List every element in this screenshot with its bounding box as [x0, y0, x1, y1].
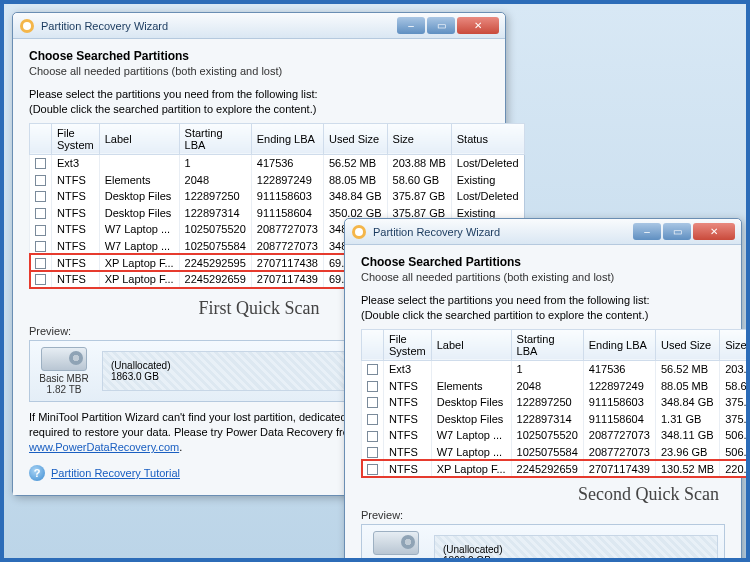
col-size[interactable]: Size [720, 329, 750, 360]
cell-elba: 2087727073 [251, 221, 323, 238]
cell-label: XP Laptop F... [431, 460, 511, 477]
table-row[interactable]: Ext3141753656.52 MB203.88 MBLost/Deleted [30, 154, 525, 171]
cell-slba: 2048 [511, 377, 583, 394]
instructions: Please select the partitions you need fr… [29, 87, 489, 117]
col-slba[interactable]: Starting LBA [511, 329, 583, 360]
page-heading: Choose Searched Partitions [29, 49, 489, 63]
table-row[interactable]: NTFSXP Laptop F...2245292659270711743913… [362, 460, 751, 477]
cell-elba: 2707117438 [251, 254, 323, 271]
row-checkbox[interactable] [35, 225, 46, 236]
cell-used: 56.52 MB [655, 360, 719, 377]
cell-used: 23.96 GB [655, 444, 719, 461]
row-checkbox[interactable] [35, 258, 46, 269]
table-row[interactable]: NTFSW7 Laptop ...1025075584208772707323.… [362, 444, 751, 461]
col-used[interactable]: Used Size [655, 329, 719, 360]
close-button[interactable]: ✕ [457, 17, 499, 34]
scan-caption-second: Second Quick Scan [367, 484, 719, 505]
page-subtitle: Choose all needed partitions (both exist… [361, 271, 725, 283]
col-elba[interactable]: Ending LBA [251, 123, 323, 154]
table-row[interactable]: Ext3141753656.52 MB203.88 MBLost/Deleted [362, 360, 751, 377]
cell-size: 375.87 GB [720, 394, 750, 411]
cell-label: W7 Laptop ... [431, 444, 511, 461]
cell-elba: 417536 [251, 154, 323, 171]
col-label[interactable]: Label [99, 123, 179, 154]
maximize-button[interactable]: ▭ [427, 17, 455, 34]
cell-label: W7 Laptop ... [431, 427, 511, 444]
cell-used: 88.05 MB [655, 377, 719, 394]
cell-fs: NTFS [384, 410, 432, 427]
close-button[interactable]: ✕ [693, 223, 735, 240]
table-row[interactable]: NTFSDesktop Files122897250911158603348.8… [362, 394, 751, 411]
cell-elba: 911158604 [251, 204, 323, 221]
unallocated-block: (Unallocated) 1863.0 GB [434, 535, 718, 562]
row-checkbox[interactable] [35, 175, 46, 186]
cell-label: Desktop Files [431, 394, 511, 411]
cell-size: 375.87 GB [720, 410, 750, 427]
col-elba[interactable]: Ending LBA [583, 329, 655, 360]
row-checkbox[interactable] [367, 397, 378, 408]
minimize-button[interactable]: – [397, 17, 425, 34]
col-size[interactable]: Size [387, 123, 451, 154]
col-status[interactable]: Status [451, 123, 524, 154]
cell-used: 348.11 GB [655, 427, 719, 444]
page-subtitle: Choose all needed partitions (both exist… [29, 65, 489, 77]
cell-elba: 911158604 [583, 410, 655, 427]
cell-label: W7 Laptop ... [99, 221, 179, 238]
row-checkbox[interactable] [35, 158, 46, 169]
cell-used: 1.31 GB [655, 410, 719, 427]
cell-fs: NTFS [384, 394, 432, 411]
power-data-recovery-link[interactable]: www.PowerDataRecovery.com [29, 441, 179, 453]
cell-slba: 122897314 [179, 204, 251, 221]
preview-label: Preview: [361, 509, 725, 521]
row-checkbox[interactable] [35, 241, 46, 252]
table-row[interactable]: NTFSElements204812289724988.05 MB58.60 G… [362, 377, 751, 394]
row-checkbox[interactable] [35, 191, 46, 202]
cell-used: 130.52 MB [655, 460, 719, 477]
disk-icon [41, 347, 87, 371]
cell-label: W7 Laptop ... [99, 238, 179, 255]
partition-table[interactable]: File System Label Starting LBA Ending LB… [361, 329, 750, 478]
cell-size: 58.60 GB [720, 377, 750, 394]
row-checkbox[interactable] [367, 447, 378, 458]
cell-label: Elements [431, 377, 511, 394]
col-fs[interactable]: File System [52, 123, 100, 154]
row-checkbox[interactable] [367, 364, 378, 375]
app-icon [351, 224, 367, 240]
row-checkbox[interactable] [35, 274, 46, 285]
window-second-scan: Partition Recovery Wizard – ▭ ✕ Choose S… [344, 218, 742, 562]
table-row[interactable]: NTFSDesktop Files122897250911158603348.8… [30, 188, 525, 205]
disk-summary: Basic MBR 1.82 TB [368, 531, 424, 562]
tutorial-link[interactable]: Partition Recovery Tutorial [51, 467, 180, 479]
titlebar[interactable]: Partition Recovery Wizard – ▭ ✕ [345, 219, 741, 245]
cell-slba: 122897314 [511, 410, 583, 427]
titlebar[interactable]: Partition Recovery Wizard – ▭ ✕ [13, 13, 505, 39]
table-row[interactable]: NTFSW7 Laptop ...10250755202087727073348… [362, 427, 751, 444]
cell-size: 506.71 GB [720, 427, 750, 444]
cell-label: Elements [99, 171, 179, 188]
page-heading: Choose Searched Partitions [361, 255, 725, 269]
cell-elba: 2707117439 [251, 271, 323, 288]
col-label[interactable]: Label [431, 329, 511, 360]
cell-fs: Ext3 [52, 154, 100, 171]
row-checkbox[interactable] [367, 431, 378, 442]
cell-elba: 417536 [583, 360, 655, 377]
table-row[interactable]: NTFSElements204812289724988.05 MB58.60 G… [30, 171, 525, 188]
row-checkbox[interactable] [367, 464, 378, 475]
cell-status: Lost/Deleted [451, 154, 524, 171]
cell-used: 348.84 GB [655, 394, 719, 411]
col-used[interactable]: Used Size [323, 123, 387, 154]
col-fs[interactable]: File System [384, 329, 432, 360]
cell-status: Existing [451, 171, 524, 188]
cell-fs: NTFS [52, 204, 100, 221]
cell-slba: 1025075584 [179, 238, 251, 255]
maximize-button[interactable]: ▭ [663, 223, 691, 240]
cell-label [431, 360, 511, 377]
col-slba[interactable]: Starting LBA [179, 123, 251, 154]
minimize-button[interactable]: – [633, 223, 661, 240]
row-checkbox[interactable] [367, 381, 378, 392]
row-checkbox[interactable] [35, 208, 46, 219]
preview-panel: Basic MBR 1.82 TB (Unallocated) 1863.0 G… [361, 524, 725, 562]
cell-elba: 2087727073 [583, 444, 655, 461]
table-row[interactable]: NTFSDesktop Files1228973149111586041.31 … [362, 410, 751, 427]
row-checkbox[interactable] [367, 414, 378, 425]
